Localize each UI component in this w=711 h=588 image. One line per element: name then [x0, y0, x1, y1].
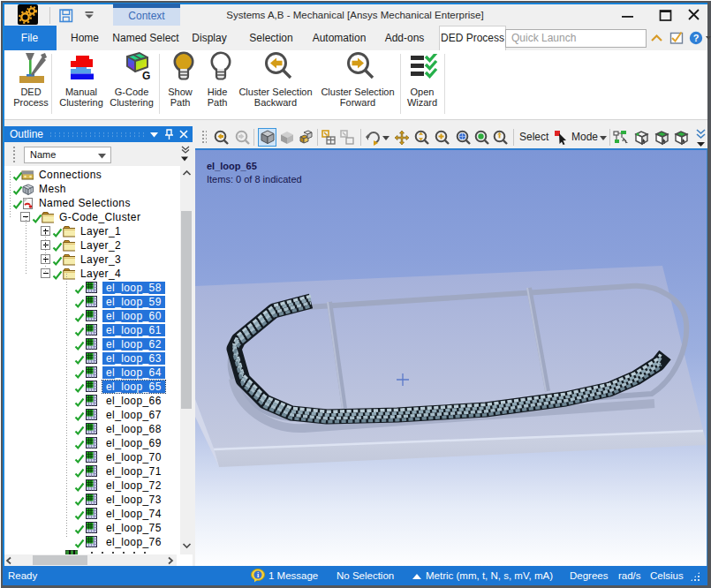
svg-text:?: ? — [693, 33, 700, 43]
svg-text:G: G — [142, 70, 150, 81]
